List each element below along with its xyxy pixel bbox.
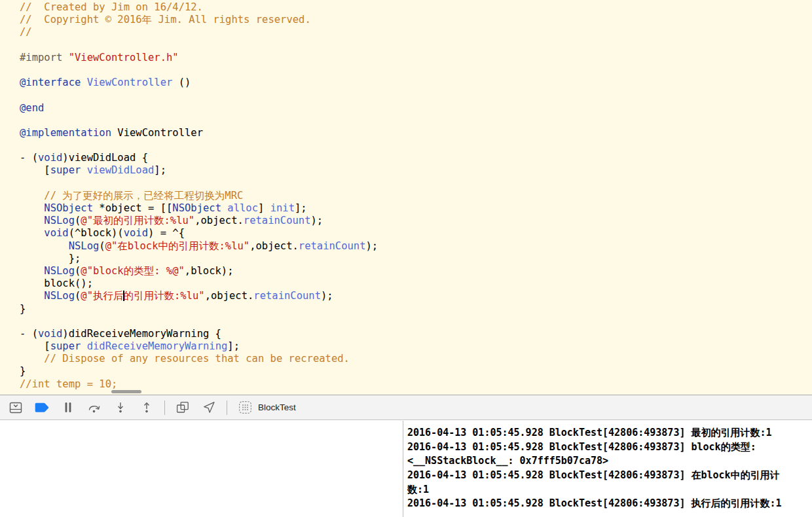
code-token: @interface [20, 77, 87, 88]
code-line: } [20, 303, 812, 315]
code-line: void(^block)(void) = ^{ [20, 227, 812, 240]
console-lines: 2016-04-13 01:05:45.928 BlockTest[42806:… [407, 426, 812, 511]
code-token [81, 340, 86, 352]
step-over-icon [88, 402, 101, 414]
code-line [20, 115, 812, 127]
running-app-label: BlockTest [258, 402, 296, 412]
code-token: retainCount [244, 215, 311, 226]
code-editor[interactable]: // Created by Jim on 16/4/12.// Copyrigh… [0, 0, 812, 395]
code-token: ( [75, 215, 81, 226]
code-token: void [38, 328, 62, 340]
horizontal-scrollbar-thumb[interactable] [111, 390, 141, 393]
toggle-breakpoints-button[interactable] [29, 399, 55, 417]
code-token: ( [99, 240, 105, 252]
code-token [20, 202, 44, 214]
code-token: super [50, 164, 81, 176]
code-token: [ [20, 164, 50, 176]
code-token: } [20, 303, 26, 315]
code-token: } [20, 365, 26, 377]
code-line: NSLog(@"block的类型: %@",block); [20, 265, 812, 277]
toolbar-separator [164, 401, 165, 415]
console-line: 2016-04-13 01:05:45.928 BlockTest[42806:… [407, 426, 812, 440]
toolbar-separator [227, 401, 227, 415]
debug-toolbar: BlockTest [0, 395, 812, 420]
code-token: )viewDidLoad { [62, 152, 148, 164]
code-token: // Dispose of any resources that can be … [44, 353, 350, 365]
variables-pane[interactable] [0, 421, 403, 517]
code-line: NSLog(@"在block中的引用计数:%lu",object.retainC… [20, 240, 812, 253]
code-token: // Copyright © 2016年 Jim. All rights res… [20, 14, 311, 26]
hide-debug-area-icon [9, 402, 22, 414]
code-token [221, 202, 227, 214]
code-token [20, 353, 44, 365]
step-into-icon [114, 402, 127, 414]
code-token: ( [75, 265, 81, 277]
code-token: "ViewController.h" [69, 52, 179, 63]
code-token: @"执行后 [81, 290, 123, 302]
code-token: ]; [295, 202, 307, 214]
code-token: ,object. [194, 215, 244, 226]
code-line: - (void)viewDidLoad { [20, 152, 812, 164]
code-line: @end [20, 102, 812, 115]
code-token: ( [75, 290, 81, 302]
code-line: } [20, 365, 812, 378]
code-token: alloc [227, 202, 258, 214]
hide-debug-area-button[interactable] [3, 399, 29, 417]
code-token: // [20, 26, 32, 38]
code-line [20, 139, 812, 152]
debug-view-hierarchy-button[interactable] [170, 399, 196, 417]
code-line: #import "ViewController.h" [20, 52, 812, 64]
code-token: *object = [[ [93, 202, 172, 214]
code-token: ViewController [117, 127, 203, 139]
step-out-button[interactable] [134, 399, 160, 417]
code-line [20, 177, 812, 190]
code-token: //int temp = 10; [20, 378, 117, 390]
code-token: )didReceiveMemoryWarning { [62, 328, 221, 340]
code-token [20, 240, 69, 252]
location-icon [203, 401, 215, 414]
code-token: // 为了更好的展示，已经将工程切换为MRC [44, 190, 243, 202]
code-line: // Copyright © 2016年 Jim. All rights res… [20, 14, 812, 26]
code-token: #import [20, 52, 69, 63]
step-over-button[interactable] [81, 399, 107, 417]
console-pane[interactable]: 2016-04-13 01:05:45.928 BlockTest[42806:… [403, 421, 812, 517]
code-line: // Created by Jim on 16/4/12. [20, 1, 812, 14]
breakpoint-icon [35, 402, 49, 413]
code-lines: // Created by Jim on 16/4/12.// Copyrigh… [20, 1, 812, 391]
code-token: @"最初的引用计数:%lu" [81, 215, 194, 226]
code-line: NSObject *object = [[NSObject alloc] ini… [20, 202, 812, 215]
code-line: // 为了更好的展示，已经将工程切换为MRC [20, 190, 812, 202]
code-token: ]; [154, 164, 166, 176]
code-token: retainCount [299, 240, 366, 252]
code-token: viewDidLoad [87, 164, 155, 176]
view-hierarchy-icon [176, 401, 189, 414]
code-token: ]; [227, 340, 240, 352]
pause-button[interactable] [55, 399, 81, 417]
console-line: 数:1 [407, 483, 812, 497]
code-token: NSObject [172, 202, 221, 214]
code-token [20, 215, 44, 226]
code-token [20, 290, 44, 302]
code-line [20, 39, 812, 52]
code-line [20, 64, 812, 77]
code-token: // Created by Jim on 16/4/12. [20, 1, 203, 13]
code-token: ] [258, 202, 270, 214]
code-line: [super didReceiveMemoryWarning]; [20, 340, 812, 353]
code-line: @implementation ViewController [20, 127, 812, 139]
pause-icon [64, 402, 73, 413]
simulate-location-button[interactable] [196, 399, 222, 417]
code-token [20, 227, 44, 239]
code-token: void [124, 227, 148, 239]
code-token: @implementation [20, 127, 117, 139]
code-token: }; [20, 253, 81, 264]
code-line: [super viewDidLoad]; [20, 164, 812, 177]
code-token: NSLog [69, 240, 100, 252]
code-token: NSLog [44, 215, 75, 226]
code-token: [ [20, 340, 50, 352]
code-token: NSLog [44, 290, 75, 302]
code-token [20, 265, 44, 277]
code-token: retainCount [253, 290, 321, 302]
step-into-button[interactable] [107, 399, 134, 417]
code-line: NSLog(@"最初的引用计数:%lu",object.retainCount)… [20, 215, 812, 227]
code-token: void [44, 227, 68, 239]
